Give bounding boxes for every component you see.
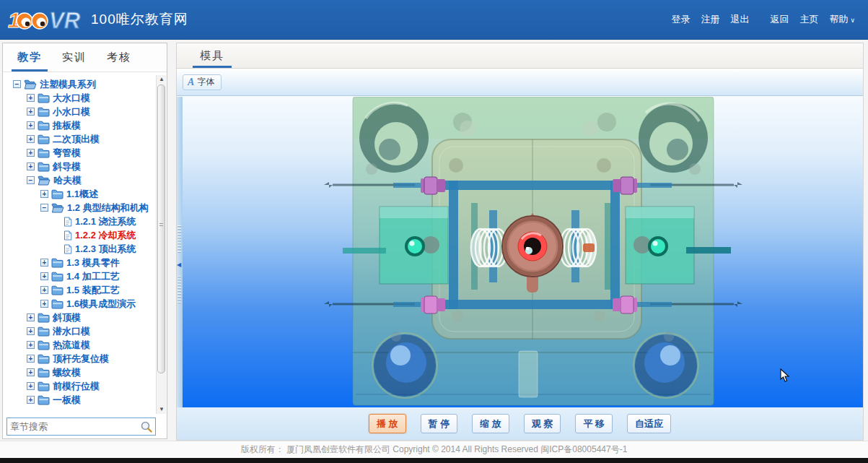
expand-icon[interactable]: + [27,163,35,170]
page: 1 VR 100唯尔教育网 登录注册退出返回主页帮助∨ 教学实训考核 −注塑模具… [0,0,868,463]
tree-item[interactable]: +1.3 模具零件 [3,256,167,269]
tree-item[interactable]: +1.5 装配工艺 [3,283,167,297]
tree-item-label: 二次顶出模 [53,133,100,146]
expand-icon[interactable]: + [27,313,35,321]
tree-item[interactable]: +热流道模 [3,338,167,352]
footer: 版权所有： 厦门凤凰创壹软件有限公司 Copyright © 2014 All … [0,441,868,458]
tree-item[interactable]: +1.6模具成型演示 [3,297,167,311]
tree-item[interactable]: +推板模 [3,118,167,132]
nav-link-session-0[interactable]: 登录 [671,13,690,26]
tree-item[interactable]: +大水口模 [3,91,167,105]
copyright-text: 版权所有： 厦门凤凰创壹软件有限公司 Copyright © 2014 All … [241,443,628,456]
play-button[interactable]: 播 放 [369,414,406,433]
splitter-collapse-icon[interactable]: ◀ [177,261,181,268]
tree-item-label: 1.2 典型结构和机构 [67,202,149,215]
tree-item[interactable]: +小水口模 [3,105,167,118]
tree-item-label: 斜顶模 [53,311,81,324]
tree-item[interactable]: +1.1概述 [3,187,167,201]
splitter-grip-icon [177,276,181,303]
zoom-button[interactable]: 缩 放 [472,414,509,433]
guide-bushing-top-right [639,103,708,173]
expand-icon[interactable]: + [40,286,48,294]
collapse-icon[interactable]: − [13,80,21,88]
expand-icon[interactable]: + [27,94,35,102]
font-button-label: 字体 [197,76,214,88]
tree-item-label: 螺纹模 [53,366,81,379]
expand-icon[interactable]: + [27,355,35,363]
observe-button[interactable]: 观 察 [524,414,561,433]
tree-item-label: 1.1概述 [66,188,98,201]
expand-icon[interactable]: + [40,190,48,198]
folder-icon [51,258,63,268]
search-icon[interactable] [140,420,152,433]
doc-icon [63,244,72,254]
expand-icon[interactable]: + [27,396,35,404]
tree-item[interactable]: 1.2.2 冷却系统 [3,228,167,242]
expand-icon[interactable]: + [40,300,48,308]
tab-mold[interactable]: 模具 [190,43,234,68]
expand-icon[interactable]: + [27,382,35,390]
tree-item[interactable]: +潜水口模 [3,324,167,338]
sidebar-tab-2[interactable]: 考核 [97,43,141,72]
nav-link-help[interactable]: 帮助∨ [829,13,855,26]
scroll-down-icon[interactable]: ▼ [157,405,167,414]
tree-item-label: 一板模 [53,394,81,407]
course-tree: −注塑模具系列+大水口模+小水口模+推板模+二次顶出模+弯管模+斜导模−哈夫模+… [3,73,167,415]
sidebar-tab-0[interactable]: 教学 [7,43,52,72]
pan-button[interactable]: 平 移 [575,414,613,433]
tree-item[interactable]: +螺纹模 [3,365,167,379]
tree-item[interactable]: −哈夫模 [3,173,167,187]
scroll-up-icon[interactable]: ▲ [157,75,167,84]
collapse-icon[interactable]: − [27,176,35,184]
tree-item[interactable]: +一板模 [3,393,167,407]
tree-item[interactable]: +二次顶出模 [3,132,167,146]
tree-item[interactable]: +斜顶模 [3,311,167,324]
tree-item[interactable]: +1.4 加工工艺 [3,269,167,283]
expand-icon[interactable]: + [27,108,35,116]
folder-icon [38,326,50,337]
autofit-button[interactable]: 自适应 [627,414,671,433]
nav-link-page-1[interactable]: 主页 [799,13,818,26]
nav-link-page-0[interactable]: 返回 [770,13,789,26]
logo-eye-icon [32,13,48,29]
sidebar-scrollbar[interactable]: ▲ ▼ [156,75,166,414]
bottom-slot [519,351,538,397]
tree-item-label: 潜水口模 [53,325,90,338]
tree-item[interactable]: −注塑模具系列 [3,77,167,91]
tree-item-label: 斜导模 [53,160,81,173]
expand-icon[interactable]: + [27,121,35,129]
tree-item[interactable]: +弯管模 [3,146,167,160]
scrollbar-thumb[interactable] [157,85,165,373]
nav-link-session-2[interactable]: 退出 [730,13,749,26]
viewer-canvas[interactable]: ◀ [177,97,863,409]
sidebar: 教学实训考核 −注塑模具系列+大水口模+小水口模+推板模+二次顶出模+弯管模+斜… [2,43,167,439]
tree-item[interactable]: −1.2 典型结构和机构 [3,201,167,215]
site-logo-icon[interactable]: 1 VR [7,6,82,33]
chapter-search-input[interactable] [10,421,140,432]
tree-item[interactable]: 1.2.3 顶出系统 [3,242,167,256]
expand-icon[interactable]: + [27,149,35,157]
mold-3d-model[interactable] [177,97,863,409]
expand-icon[interactable]: + [27,368,35,376]
logo-text-vr: VR [49,8,81,33]
tree-item-label: 1.4 加工工艺 [66,270,120,283]
sidebar-tab-1[interactable]: 实训 [52,43,97,72]
font-button[interactable]: A 字体 [183,74,222,90]
tree-item[interactable]: 1.2.1 浇注系统 [3,215,167,228]
nav-link-session-1[interactable]: 注册 [701,13,719,26]
pause-button[interactable]: 暂 停 [421,414,458,433]
panel-splitter[interactable]: ◀ [177,97,183,409]
tree-item[interactable]: +前模行位模 [3,379,167,393]
collapse-icon[interactable]: − [40,204,48,212]
main-panel: 模具 A 字体 [176,43,864,441]
top-header: 1 VR 100唯尔教育网 登录注册退出返回主页帮助∨ [0,0,868,40]
tree-item[interactable]: +顶杆先复位模 [3,352,167,365]
expand-icon[interactable]: + [40,272,48,280]
expand-icon[interactable]: + [27,341,35,349]
header-nav: 登录注册退出返回主页帮助∨ [660,13,855,26]
expand-icon[interactable]: + [27,135,35,143]
expand-icon[interactable]: + [27,327,35,335]
folder-icon [38,162,50,172]
tree-item[interactable]: +斜导模 [3,160,167,173]
expand-icon[interactable]: + [40,259,48,267]
